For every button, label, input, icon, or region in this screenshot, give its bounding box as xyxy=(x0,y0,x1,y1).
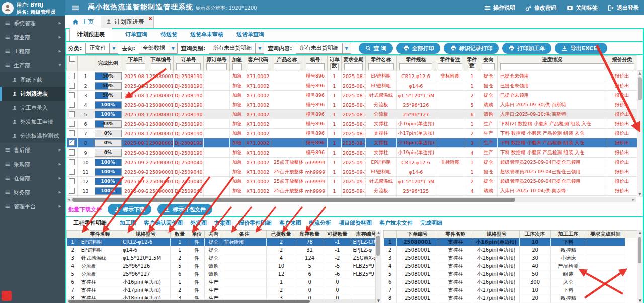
action-button-查询[interactable]: 查 询 xyxy=(359,43,393,54)
column-filter-input[interactable] xyxy=(500,63,604,70)
subtab-送货单未审核[interactable]: 送货单未审核 xyxy=(190,31,223,41)
column-filter-input[interactable] xyxy=(368,63,394,70)
action-button-打印加工单[interactable]: 打印加工单 xyxy=(502,43,551,54)
subtab-订单查询[interactable]: 订单查询 xyxy=(125,31,147,41)
sidebar-item-系统管理[interactable]: 系统管理▶ xyxy=(0,16,65,30)
detail-tab-客户技术文件[interactable]: 客户技术文件 xyxy=(379,219,413,230)
tab-home[interactable]: 主页 xyxy=(72,18,94,26)
table-row[interactable]: 4100%2025-08-1925080001DJ-25081901加急X71.… xyxy=(67,100,637,110)
table-row[interactable]: 70%2025-08-1925080001DJ-25081901加急X71.00… xyxy=(67,129,637,138)
sidebar-item-工程部[interactable]: 工程部▶ xyxy=(0,44,65,58)
column-filter-input[interactable] xyxy=(151,63,171,70)
sidebar-item-管理平台[interactable]: 管理平台▶ xyxy=(0,199,65,213)
table-row[interactable]: 7支撑柱小17pin(单边扣)2件生产200 xyxy=(67,286,381,294)
sidebar-item-财务部[interactable]: 财务部▶ xyxy=(0,185,65,199)
detail-tab-外发图[interactable]: 外发图 xyxy=(190,219,207,230)
row-checkbox[interactable] xyxy=(69,140,75,146)
sidebar-subitem-计划跟进表[interactable]: 计划跟进表 xyxy=(0,87,65,101)
table-row[interactable]: 250%2025-08-1925080001DJ-25081901加急X71.0… xyxy=(67,81,637,91)
table-row[interactable]: 3针式感温线φ1.5*120*1.5M2件提仓4124-2ZSGWX-φ xyxy=(67,254,381,262)
detail-tab-完成明细[interactable]: 完成明细 xyxy=(420,219,442,230)
scrollbar-thumb[interactable] xyxy=(638,77,642,100)
row-checkbox[interactable] xyxy=(69,169,75,175)
column-filter-input[interactable] xyxy=(274,63,300,70)
column-filter-input[interactable] xyxy=(232,63,242,70)
batch-button-标示打包文件[interactable]: 标示打包文件 xyxy=(157,204,212,215)
avatar[interactable] xyxy=(2,2,14,14)
detail-tab-客户来图[interactable]: 客户来图 xyxy=(279,219,301,230)
detail-tab-项目部资料图[interactable]: 项目部资料图 xyxy=(339,219,372,230)
scrollbar-thumb[interactable] xyxy=(638,237,641,263)
column-filter-input[interactable] xyxy=(438,63,462,70)
table-row[interactable]: 80%2025-08-1925080001DJ-25081901加急X71.00… xyxy=(67,138,637,148)
close-tab-icon[interactable]: ✖ xyxy=(148,16,152,21)
subtab-计划跟进表[interactable]: 计划跟进表 xyxy=(69,28,112,41)
scroll-down-icon[interactable]: ▼ xyxy=(637,192,642,196)
filter-select-所有未出货明细[interactable]: 所有未出货明细▼ xyxy=(296,43,351,54)
filter-select-全部数据[interactable]: 全部数据▼ xyxy=(139,43,178,54)
column-filter-input[interactable] xyxy=(306,63,325,70)
table-row[interactable]: 5分流板25*96*1276件请购126-6FLB25*9 xyxy=(67,270,381,278)
table-row[interactable]: 5100%2025-08-1925080001DJ-25081901加急X71.… xyxy=(67,110,637,119)
scrollbar-thumb[interactable] xyxy=(376,236,380,256)
table-row[interactable]: 325080001支撑柱小16pin(单边扣)30小磨床 xyxy=(384,254,638,262)
row-checkbox[interactable] xyxy=(69,83,75,89)
detail-tab-模流分析[interactable]: 模流分析 xyxy=(309,219,331,230)
row-checkbox[interactable] xyxy=(69,130,75,136)
table-row[interactable]: 4分流板25*96*1265件请购105-5FLB25*9 xyxy=(67,262,381,270)
horizontal-scrollbar[interactable]: ◄ ► xyxy=(66,197,636,202)
table-row[interactable]: 225080001支撑柱小16pin(单边扣)20数控精 xyxy=(384,246,638,254)
scroll-left-icon[interactable]: ◄ xyxy=(67,197,70,202)
row-checkbox[interactable] xyxy=(69,178,75,184)
action-button-全部打印[interactable]: 全部打印 xyxy=(396,43,440,54)
detail-tab-报价零件明细[interactable]: 报价零件明细 xyxy=(238,219,272,230)
detail-tab-工程零件明细[interactable]: 工程零件明细 xyxy=(68,217,112,230)
column-filter-input[interactable] xyxy=(176,63,201,70)
table-row[interactable]: 13100%2025-09-2925090001DJ-25090401加急X71… xyxy=(67,186,637,196)
table-row[interactable]: 350%2025-08-1925080001DJ-25081901加急X71.0… xyxy=(67,91,637,100)
column-filter-input[interactable] xyxy=(610,63,634,70)
row-checkbox[interactable] xyxy=(69,102,75,108)
sidebar-item-营业部[interactable]: 营业部▶ xyxy=(0,30,65,44)
table-row[interactable]: 725080001支撑柱小17pin(单边扣)10下料 xyxy=(384,286,638,294)
column-filter-input[interactable] xyxy=(248,63,268,70)
table-row[interactable]: 90%2025-08-1925080001DJ-25081901加急X71.00… xyxy=(67,148,637,158)
parts-vertical-scrollbar[interactable]: ▲ ▼ xyxy=(375,230,381,303)
table-row[interactable]: 6支撑柱小16pin(单边扣)1件生产100 xyxy=(67,278,381,286)
subtab-送货单查询[interactable]: 送货单查询 xyxy=(236,31,264,41)
parts-horizontal-scrollbar[interactable] xyxy=(66,299,375,303)
header-menu-操作说明[interactable]: 操作说明 xyxy=(484,4,515,12)
tab-current-plan[interactable]: 计划跟进表✖ xyxy=(101,16,154,28)
process-vertical-scrollbar[interactable]: ▲ ▼ xyxy=(637,230,643,303)
red-float-icon[interactable] xyxy=(2,291,12,301)
table-row[interactable]: 633%2025-08-1925080001DJ-25081901加急X71.0… xyxy=(67,119,637,129)
detail-tab-客户确认回传图[interactable]: 客户确认回传图 xyxy=(144,219,183,230)
column-filter-input[interactable] xyxy=(344,63,363,70)
sidebar-item-生产部[interactable]: 生产部▼ xyxy=(0,58,65,72)
table-row[interactable]: 150%2025-08-1925080001DJ-25081901加急X71.0… xyxy=(67,71,637,81)
scroll-up-icon[interactable]: ▲ xyxy=(376,231,381,235)
table-row[interactable]: 1EP进料咀CR12-φ12-61件提仓非标附图278-1EPJLZ-CR xyxy=(67,238,381,246)
column-filter-input[interactable] xyxy=(126,63,145,70)
scroll-up-icon[interactable]: ▲ xyxy=(637,231,643,235)
sidebar-item-采购部[interactable]: 采购部▶ xyxy=(0,157,65,171)
header-menu-修改密码[interactable]: 修改密码 xyxy=(525,4,556,12)
table-row[interactable]: 825080001支撑柱小17pin(单边扣)20数控精 xyxy=(384,294,638,302)
table-row[interactable]: 425080001支撑柱小16pin(单边扣)40产品检测 xyxy=(384,262,638,270)
sidebar-subitem-完工单录入[interactable]: 完工单录入 xyxy=(0,101,65,115)
scroll-right-icon[interactable]: ► xyxy=(632,197,635,202)
sidebar-subitem-分流板温控测试[interactable]: 分流板温控测试 xyxy=(0,129,65,143)
scroll-down-icon[interactable]: ▼ xyxy=(376,299,381,303)
table-row[interactable]: 11100%2025-09-2925090001DJ-25090401加急X71… xyxy=(67,167,637,177)
scroll-down-icon[interactable]: ▼ xyxy=(637,299,643,303)
table-row[interactable]: 2EP进料咀φ14-61件提仓231-1EPJLZ-φ xyxy=(67,246,381,254)
column-filter-input[interactable] xyxy=(482,63,495,70)
row-checkbox[interactable] xyxy=(69,159,75,165)
detail-tab-加工图[interactable]: 加工图 xyxy=(120,219,136,230)
sidebar-item-售后部[interactable]: 售后部▶ xyxy=(0,143,65,157)
row-checkbox[interactable] xyxy=(69,111,75,117)
row-checkbox[interactable] xyxy=(69,149,75,156)
subtab-待送货[interactable]: 待送货 xyxy=(160,31,177,41)
filter-select-正常件[interactable]: 正常件▼ xyxy=(85,43,118,54)
table-row[interactable]: 625080001支撑柱小16pin(单边扣)300入仓 xyxy=(384,278,638,286)
